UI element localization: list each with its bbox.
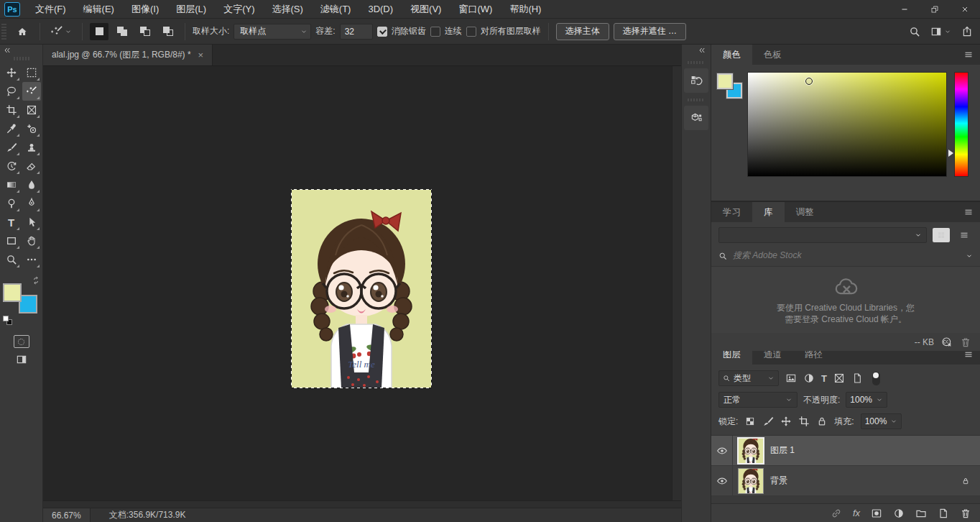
status-zoom-level[interactable]: 66.67% [43, 508, 91, 522]
home-button[interactable] [12, 22, 32, 41]
document-tab[interactable]: alal.jpg @ 66.7% (图层 1, RGB/8#) * × [43, 45, 213, 65]
menu-window[interactable]: 窗口(W) [450, 0, 500, 19]
layer-thumbnail[interactable] [739, 469, 763, 493]
tools-collapse-button[interactable] [0, 45, 42, 55]
menu-type[interactable]: 文字(Y) [216, 0, 262, 19]
pen-tool[interactable] [22, 194, 41, 213]
lock-transparent-pixels-button[interactable] [744, 416, 756, 427]
magic-wand-tool[interactable] [22, 82, 41, 101]
swap-colors-icon[interactable] [32, 276, 40, 285]
menu-view[interactable]: 视图(V) [402, 0, 449, 19]
layer-name[interactable]: 背景 [770, 475, 961, 487]
contiguous-checkbox-group[interactable]: 连续 [430, 25, 462, 37]
close-button[interactable] [950, 0, 980, 18]
spot-healing-tool[interactable] [22, 119, 41, 138]
history-brush-tool[interactable] [2, 157, 21, 175]
menu-image[interactable]: 图像(I) [124, 0, 167, 19]
filter-smart-objects-button[interactable] [851, 372, 863, 384]
new-selection-mode-button[interactable] [90, 23, 108, 40]
filter-pixel-layers-button[interactable] [785, 372, 797, 384]
new-layer-icon[interactable] [938, 508, 949, 519]
select-and-mask-button[interactable]: 选择并遮住 … [614, 23, 686, 40]
add-layer-mask-icon[interactable] [871, 508, 882, 519]
trash-icon[interactable] [960, 336, 971, 348]
foreground-color-swatch[interactable] [3, 283, 22, 302]
adobe-stock-search[interactable]: 搜索 Adobe Stock [711, 247, 980, 267]
layer-name[interactable]: 图层 1 [770, 444, 980, 457]
filter-type-layers-button[interactable]: T [821, 373, 827, 384]
dock-collapse-button[interactable] [682, 45, 711, 55]
list-view-button[interactable] [956, 228, 973, 242]
lock-position-button[interactable] [780, 416, 792, 427]
saturation-brightness-field[interactable] [747, 72, 947, 177]
screen-mode-icon[interactable] [16, 354, 27, 365]
menu-select[interactable]: 选择(S) [264, 0, 310, 19]
blend-mode-select[interactable]: 正常 [718, 392, 798, 408]
tool-preset-picker[interactable] [47, 24, 75, 40]
eraser-tool[interactable] [22, 157, 41, 175]
grid-view-button[interactable] [933, 228, 950, 242]
subtract-from-selection-mode-button[interactable] [136, 23, 154, 40]
rectangle-tool[interactable] [2, 232, 21, 250]
eyedropper-tool[interactable] [2, 119, 21, 138]
layer-visibility-toggle[interactable] [711, 436, 733, 465]
lock-image-pixels-button[interactable] [762, 416, 774, 427]
foreground-color-swatch[interactable] [717, 73, 733, 89]
tab-color[interactable]: 颜色 [711, 45, 752, 65]
opacity-select[interactable]: 100% [846, 392, 887, 408]
options-bar-grip[interactable] [1, 24, 6, 40]
restore-button[interactable] [920, 0, 950, 18]
filter-shape-layers-button[interactable] [833, 372, 845, 384]
history-panel-button[interactable] [684, 68, 708, 93]
sample-size-select[interactable]: 取样点 [234, 24, 311, 40]
layer-visibility-toggle[interactable] [711, 466, 733, 495]
select-subject-button[interactable]: 选择主体 [556, 23, 609, 40]
canvas-image[interactable] [291, 189, 432, 388]
sample-all-layers-checkbox-group[interactable]: 对所有图层取样 [466, 25, 541, 37]
link-layers-icon[interactable] [831, 508, 842, 519]
color-picker-marker[interactable] [805, 78, 813, 85]
panel-menu-button[interactable] [964, 202, 980, 222]
hue-slider[interactable] [954, 72, 969, 177]
type-tool[interactable]: T [2, 213, 21, 232]
search-icon[interactable] [909, 26, 920, 37]
tab-close-icon[interactable]: × [198, 50, 204, 60]
photoshop-logo[interactable]: Ps [4, 2, 20, 17]
menu-layer[interactable]: 图层(L) [168, 0, 214, 19]
panel-menu-button[interactable] [964, 45, 980, 65]
blur-tool[interactable] [22, 175, 41, 194]
delete-layer-trash-icon[interactable] [960, 508, 971, 519]
horizontal-scrollbar[interactable] [43, 500, 681, 508]
tools-grip[interactable] [14, 57, 29, 60]
hand-tool[interactable] [22, 232, 41, 250]
dodge-tool[interactable] [2, 194, 21, 213]
quick-mask-button[interactable] [14, 335, 29, 348]
add-to-selection-mode-button[interactable] [113, 23, 131, 40]
vertical-scrollbar[interactable] [672, 66, 681, 500]
properties-panel-button[interactable] [684, 106, 708, 130]
fill-select[interactable]: 100% [861, 413, 902, 429]
tab-swatches[interactable]: 色板 [752, 45, 793, 65]
share-icon[interactable] [961, 26, 973, 37]
contiguous-checkbox[interactable] [430, 27, 440, 37]
marquee-tool[interactable] [22, 63, 41, 82]
intersect-selection-mode-button[interactable] [159, 23, 177, 40]
lock-all-button[interactable] [816, 416, 828, 427]
menu-3d[interactable]: 3D(D) [360, 0, 401, 19]
move-tool[interactable] [2, 63, 21, 82]
default-colors-icon[interactable] [3, 316, 12, 325]
tolerance-input[interactable] [340, 24, 373, 40]
menu-filter[interactable]: 滤镜(T) [313, 0, 359, 19]
crop-tool[interactable] [2, 101, 21, 119]
sample-all-layers-checkbox[interactable] [466, 27, 476, 37]
gradient-tool[interactable] [2, 175, 21, 194]
brush-tool[interactable] [2, 138, 21, 157]
library-select[interactable] [718, 227, 927, 243]
workspace-switcher[interactable] [930, 26, 951, 37]
filter-toggle[interactable] [872, 372, 880, 385]
tab-learn[interactable]: 学习 [711, 202, 752, 222]
zoom-tool[interactable] [2, 250, 21, 269]
hue-slider-arrow[interactable] [948, 150, 953, 157]
tab-adjustments[interactable]: 调整 [785, 202, 826, 222]
lock-artboard-button[interactable] [798, 416, 810, 427]
